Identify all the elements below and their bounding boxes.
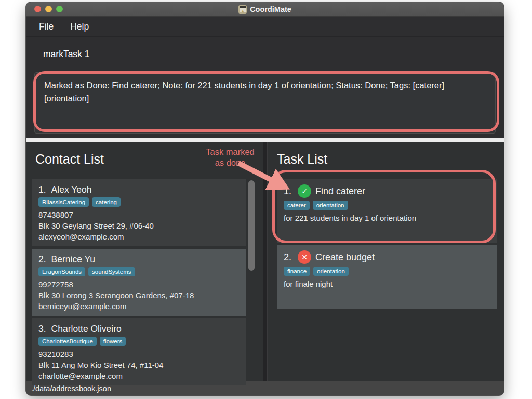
contact-card[interactable]: 3. Charlotte Oliveiro CharlottesBoutique… xyxy=(32,318,246,385)
contact-email: charlotte@example.com xyxy=(38,370,240,381)
contact-name: Alex Yeoh xyxy=(51,183,92,196)
command-input[interactable]: markTask 1 xyxy=(35,40,495,69)
task-note: for 221 students in day 1 of orientation xyxy=(284,212,490,223)
contact-card[interactable]: 1. Alex Yeoh RilassisCateringcatering 87… xyxy=(32,179,246,246)
contact-list-panel: Contact List 1. Alex Yeoh RilassisCateri… xyxy=(26,142,263,381)
task-note: for finale night xyxy=(284,278,490,289)
task-list-header: Task List xyxy=(268,142,504,168)
panels: Contact List 1. Alex Yeoh RilassisCateri… xyxy=(26,142,504,381)
task-title: Find caterer xyxy=(315,183,365,199)
task-card[interactable]: 1. ✓ Find caterer catererorientation for… xyxy=(277,179,497,243)
contact-tags: RilassisCateringcatering xyxy=(38,197,240,207)
contact-index: 1. xyxy=(38,183,46,196)
command-row: markTask 1 xyxy=(26,37,504,68)
task-card[interactable]: 2. ✕ Create budget financeorientation fo… xyxy=(277,245,497,309)
horizontal-divider xyxy=(26,138,504,142)
tag-badge: flowers xyxy=(100,337,126,346)
task-tags: catererorientation xyxy=(284,201,490,210)
contact-phone: 87438807 xyxy=(38,209,240,220)
task-title-row: 2. ✕ Create budget xyxy=(284,249,490,265)
task-index: 1. xyxy=(284,183,291,199)
tag-badge: finance xyxy=(284,267,310,276)
tag-badge: orientation xyxy=(313,201,348,210)
task-title: Create budget xyxy=(315,249,375,265)
tag-badge: soundSystems xyxy=(88,267,135,276)
contact-list-scrollbar[interactable] xyxy=(248,180,255,271)
window-title-wrap: CoordiMate xyxy=(26,5,504,14)
contact-index: 3. xyxy=(38,323,46,335)
task-index: 2. xyxy=(284,249,291,265)
app-icon xyxy=(238,5,247,14)
task-list-panel: Task List 1. ✓ Find caterer catererorien… xyxy=(268,142,504,381)
result-display[interactable]: Marked as Done: Find caterer; Note: for … xyxy=(34,72,496,134)
contact-list-cells: 1. Alex Yeoh RilassisCateringcatering 87… xyxy=(32,179,246,388)
contact-title: 1. Alex Yeoh xyxy=(38,183,240,196)
menu-bar: File Help xyxy=(26,17,504,37)
contact-phone: 93210283 xyxy=(38,349,240,360)
contact-email: alexyeoh@example.com xyxy=(38,231,240,242)
contact-list-header: Contact List xyxy=(26,142,263,168)
contact-address: Blk 11 Ang Mo Kio Street 74, #11-04 xyxy=(38,360,240,370)
contact-card[interactable]: 2. Bernice Yu EragonSoundssoundSystems 9… xyxy=(32,249,246,316)
panel-divider[interactable] xyxy=(263,142,268,381)
menu-file[interactable]: File xyxy=(39,21,54,32)
task-title-row: 1. ✓ Find caterer xyxy=(284,183,490,199)
tag-badge: CharlottesBoutique xyxy=(38,337,97,346)
title-bar[interactable]: CoordiMate xyxy=(26,2,504,17)
contact-address: Blk 30 Geylang Street 29, #06-40 xyxy=(38,220,240,231)
tag-badge: caterer xyxy=(284,201,310,210)
tag-badge: orientation xyxy=(313,267,349,276)
contact-tags: EragonSoundssoundSystems xyxy=(38,267,240,276)
task-not-done-icon: ✕ xyxy=(298,250,311,264)
task-done-icon: ✓ xyxy=(298,184,311,198)
task-list-cells: 1. ✓ Find caterer catererorientation for… xyxy=(277,179,497,311)
contact-address: Blk 30 Lorong 3 Serangoon Gardens, #07-1… xyxy=(38,290,240,301)
tag-badge: EragonSounds xyxy=(38,267,85,276)
contact-phone: 99272758 xyxy=(38,279,240,290)
tag-badge: catering xyxy=(92,197,121,207)
menu-help[interactable]: Help xyxy=(70,21,89,32)
app-window: CoordiMate File Help markTask 1 Marked a… xyxy=(26,2,504,395)
contact-title: 3. Charlotte Oliveiro xyxy=(38,323,240,335)
result-display-area: Marked as Done: Find caterer; Note: for … xyxy=(26,68,504,138)
contact-email: berniceyu@example.com xyxy=(38,301,240,312)
window-title: CoordiMate xyxy=(250,5,291,14)
contact-name: Charlotte Oliveiro xyxy=(51,323,122,335)
task-tags: financeorientation xyxy=(284,267,490,276)
contact-index: 2. xyxy=(38,253,46,265)
contact-tags: CharlottesBoutiqueflowers xyxy=(38,337,240,346)
contact-name: Bernice Yu xyxy=(51,253,95,265)
contact-title: 2. Bernice Yu xyxy=(38,253,240,265)
tag-badge: RilassisCatering xyxy=(38,197,89,207)
